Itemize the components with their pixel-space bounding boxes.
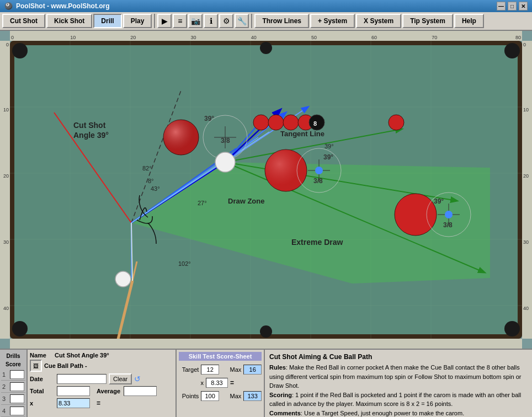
score-row-1: 1 — [1, 368, 25, 381]
app-title: PoolShot - www.PoolShot.org — [16, 2, 110, 10]
score-row-2: 2 — [1, 381, 25, 393]
date-row: Date Clear ↺ — [30, 373, 173, 384]
target-value: 12 — [201, 365, 219, 375]
ruler-vertical-left: 0 10 20 30 40 — [0, 41, 10, 339]
skill-test-section: Skill Test Score-Sheet Target 12 Max 16 … — [177, 350, 265, 417]
max-value-1: 16 — [243, 365, 262, 375]
score-label: Score — [1, 360, 25, 368]
equals-sign: = — [97, 399, 100, 407]
score-box-4[interactable] — [10, 407, 24, 415]
ruler-horizontal: 0 10 20 30 40 50 60 70 80 — [10, 31, 522, 41]
x-label: x — [30, 400, 55, 407]
cut-shot-button[interactable]: Cut Shot — [2, 14, 45, 28]
close-button[interactable]: ✕ — [519, 2, 528, 10]
list-icon-button[interactable]: ≡ — [173, 14, 187, 28]
total-label: Total — [30, 388, 55, 394]
score-box-1[interactable] — [10, 370, 24, 379]
score-panel: Drills Score 1 2 3 4 5 Name Cut Shot Ang… — [0, 349, 532, 417]
description-panel: Cut Shot Aiming & Cue Ball Path Rules: M… — [265, 350, 532, 417]
description-title: Cut Shot Aiming & Cue Ball Path — [269, 353, 528, 361]
help-button[interactable]: Help — [454, 14, 484, 28]
rules-text: : Make the Red Ball in corner pocket A t… — [269, 364, 521, 389]
skill-score-val: 8.33 — [206, 378, 228, 388]
play-button[interactable]: Play — [123, 14, 152, 28]
score-section: Drills Score 1 2 3 4 5 — [0, 350, 28, 417]
date-input[interactable] — [57, 374, 107, 384]
target-label: Target — [179, 366, 199, 373]
pocket-top-middle — [260, 42, 272, 54]
description-body: Rules: Make the Red Ball in corner pocke… — [269, 363, 528, 417]
score-x-row: x 8.33 = — [179, 376, 262, 389]
total-input[interactable] — [57, 386, 90, 396]
score-box-3[interactable] — [10, 394, 24, 403]
image-icon[interactable]: 🖼 — [30, 360, 42, 372]
camera-icon-button[interactable]: 📷 — [188, 14, 203, 28]
scoring-label: Scoring — [269, 392, 292, 398]
date-label: Date — [30, 376, 55, 382]
maximize-button[interactable]: □ — [508, 2, 517, 10]
skill-x-label: x — [179, 379, 204, 386]
skill-test-title: Skill Test Score-Sheet — [179, 352, 262, 361]
ruler-horizontal-bottom — [10, 339, 522, 349]
name-row-2: 🖼 Cue Ball Path - — [30, 360, 173, 372]
name-row: Name Cut Shot Angle 39° — [30, 352, 173, 359]
name-label: Name — [30, 352, 55, 359]
refresh-icon[interactable]: ↺ — [134, 375, 141, 383]
kick-shot-button[interactable]: Kick Shot — [46, 14, 92, 28]
scoring-text: : 1 point if the Red Ball is pocketed an… — [269, 392, 521, 408]
drill-button[interactable]: Drill — [93, 14, 121, 28]
info-section: Name Cut Shot Angle 39° 🖼 Cue Ball Path … — [28, 350, 177, 417]
comments-text: : Use a Target Speed, just enough power … — [301, 410, 464, 416]
points-label: Points — [179, 393, 199, 399]
info-icon-button[interactable]: ℹ — [204, 14, 218, 28]
score-box-2[interactable] — [10, 382, 24, 391]
clear-button[interactable]: Clear — [109, 373, 132, 384]
drills-label: Drills — [1, 352, 25, 360]
pocket-bottom-middle — [260, 325, 272, 338]
toolbar-separator-2 — [251, 14, 252, 28]
title-bar-controls: — □ ✕ — [497, 2, 528, 10]
name-value-1: Cut Shot Angle 39° — [55, 352, 173, 359]
comments-label: Comments — [269, 410, 301, 416]
wrench-icon-button[interactable]: 🔧 — [235, 14, 249, 28]
max-label-2: Max — [221, 393, 241, 399]
average-label: Average — [97, 388, 121, 394]
plus-system-button[interactable]: + System — [310, 14, 355, 28]
max-label-1: Max — [221, 366, 241, 373]
settings-icon-button[interactable]: ⚙ — [219, 14, 233, 28]
points-row: Points 100 Max 133 — [179, 389, 262, 403]
tip-system-button[interactable]: Tip System — [402, 14, 453, 28]
total-row: Total Average — [30, 386, 173, 396]
x-row: x 8.33 = — [30, 398, 173, 408]
target-row: Target 12 Max 16 — [179, 363, 262, 376]
points-value: 100 — [201, 391, 219, 401]
average-input[interactable] — [124, 386, 157, 396]
title-bar: 🎱 PoolShot - www.PoolShot.org — □ ✕ — [0, 0, 532, 12]
throw-lines-button[interactable]: Throw Lines — [254, 14, 309, 28]
toolbar: Cut Shot Kick Shot Drill Play ▶ ≡ 📷 ℹ ⚙ … — [0, 12, 532, 31]
pocket-top-right — [504, 43, 520, 58]
max-value-2: 133 — [243, 391, 262, 401]
pocket-top-left — [12, 43, 28, 58]
rules-label: Rules — [269, 364, 286, 371]
x-input[interactable]: 8.33 — [57, 398, 90, 408]
toolbar-separator-1 — [154, 14, 155, 28]
ruler-vertical-right: 0 10 20 30 40 — [522, 41, 532, 339]
minimize-button[interactable]: — — [497, 2, 506, 10]
score-row-3: 3 — [1, 393, 25, 405]
pocket-bottom-left — [12, 321, 28, 336]
pocket-bottom-right — [504, 321, 520, 336]
table-container: 0 10 20 30 40 50 60 70 80 0 10 20 30 40 … — [0, 31, 532, 349]
app-icon: 🎱 — [4, 2, 13, 10]
name-value-2: Cue Ball Path - — [44, 362, 173, 369]
play-icon-button[interactable]: ▶ — [157, 14, 172, 28]
score-row-4: 4 — [1, 405, 25, 417]
pool-table — [10, 41, 522, 339]
title-bar-left: 🎱 PoolShot - www.PoolShot.org — [4, 2, 110, 10]
skill-equals: = — [230, 379, 234, 387]
x-system-button[interactable]: X System — [356, 14, 401, 28]
